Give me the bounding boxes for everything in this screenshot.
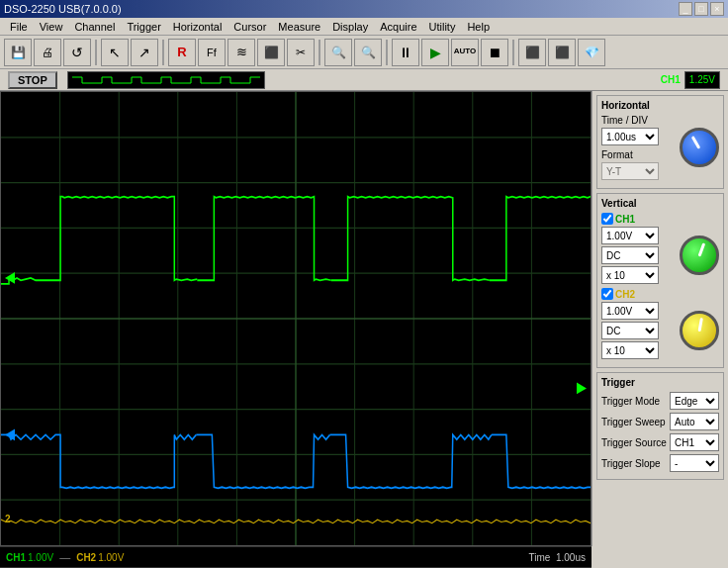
ch2-volt-select[interactable]: 1.00V bbox=[601, 302, 659, 320]
ch2-status-volt: 1.00V bbox=[98, 552, 124, 563]
ch1-checkbox[interactable] bbox=[601, 213, 613, 225]
format-label: Format bbox=[601, 149, 633, 160]
time-div-label: Time / DIV bbox=[601, 115, 648, 126]
ch1-status-label: CH1 bbox=[6, 552, 26, 563]
toolbar-sep1 bbox=[95, 40, 97, 65]
trigger-mode-label: Trigger Mode bbox=[601, 396, 660, 407]
ch2-status-label: CH2 bbox=[76, 552, 96, 563]
trigger-section: Trigger Trigger Mode Edge Trigger Sweep … bbox=[596, 372, 724, 480]
right-panel: Horizontal Time / DIV 1.00us Format Y-T bbox=[592, 91, 728, 546]
save-tool[interactable]: 💾 bbox=[4, 39, 32, 66]
channel-status-bar: CH1 1.00V — CH2 1.00V Time 1.00us bbox=[0, 546, 592, 568]
menu-channel[interactable]: Channel bbox=[68, 21, 121, 33]
trigger-source-row: Trigger Source CH1 bbox=[601, 433, 719, 451]
time-status: Time 1.00us bbox=[529, 552, 586, 563]
title-bar: DSO-2250 USB(7.0.0.0) _ □ × bbox=[0, 0, 728, 18]
run-tool[interactable]: R bbox=[168, 39, 196, 66]
format-select[interactable]: Y-T bbox=[601, 162, 659, 180]
menu-utility[interactable]: Utility bbox=[423, 21, 462, 33]
oscilloscope-grid: 2 bbox=[1, 92, 591, 545]
ch1-coupling-select[interactable]: DC bbox=[601, 246, 659, 264]
ch2-knob[interactable] bbox=[680, 311, 719, 350]
zoom-in-tool[interactable]: 🔍 bbox=[324, 39, 352, 66]
menu-measure[interactable]: Measure bbox=[272, 21, 326, 33]
ch2-coupling-select[interactable]: DC bbox=[601, 322, 659, 339]
trigger-sweep-row: Trigger Sweep Auto bbox=[601, 413, 719, 430]
trigger-waveform bbox=[67, 71, 265, 89]
ch1-knob[interactable] bbox=[680, 236, 719, 275]
ch2-row: CH2 bbox=[601, 288, 719, 300]
horizontal-knob-row: Time / DIV 1.00us Format Y-T bbox=[601, 115, 719, 180]
stop-button[interactable]: STOP bbox=[8, 71, 57, 89]
cursor-tool[interactable]: ↖ bbox=[101, 39, 129, 66]
ch1-label: CH1 bbox=[615, 214, 635, 225]
trigger-slope-label: Trigger Slope bbox=[601, 458, 661, 469]
ch2-controls-row: 1.00V DC x 10 bbox=[601, 302, 719, 359]
minimize-button[interactable]: _ bbox=[679, 2, 692, 16]
trigger-sweep-label: Trigger Sweep bbox=[601, 417, 666, 427]
menu-trigger[interactable]: Trigger bbox=[121, 21, 166, 33]
auto-tool[interactable]: AUTO bbox=[451, 39, 479, 66]
svg-text:2: 2 bbox=[5, 512, 11, 524]
ch2-label: CH2 bbox=[615, 289, 635, 300]
undo-tool[interactable]: ↺ bbox=[63, 39, 91, 66]
trigger-mode-select[interactable]: Edge bbox=[670, 392, 719, 410]
print-tool[interactable]: 🖨 bbox=[34, 39, 61, 66]
trigger-mode-row: Trigger Mode Edge bbox=[601, 392, 719, 410]
ch1-controls-row: 1.00V DC x 10 bbox=[601, 227, 719, 284]
ch1-indicator-label: CH1 bbox=[661, 74, 681, 85]
close-button[interactable]: × bbox=[710, 2, 724, 16]
ch2-probe-select[interactable]: x 10 bbox=[601, 341, 659, 359]
channel-tool[interactable]: ⬛ bbox=[518, 39, 546, 66]
sep1: — bbox=[59, 551, 70, 563]
grid-tool[interactable]: ≋ bbox=[228, 39, 255, 66]
measure-tool[interactable]: ⬛ bbox=[548, 39, 576, 66]
window-title: DSO-2250 USB(7.0.0.0) bbox=[4, 3, 122, 15]
time-value: 1.00us bbox=[556, 552, 586, 563]
horizontal-knob[interactable] bbox=[680, 128, 719, 167]
maximize-button[interactable]: □ bbox=[694, 2, 708, 16]
ch1-row: CH1 bbox=[601, 213, 719, 225]
ch1-probe-select[interactable]: x 10 bbox=[601, 266, 659, 284]
toolbar-sep4 bbox=[386, 40, 388, 65]
time-label: Time bbox=[529, 552, 551, 563]
status-top: STOP CH1 1.25V bbox=[0, 69, 728, 91]
menu-bar: File View Channel Trigger Horizontal Cur… bbox=[0, 18, 728, 36]
select-tool[interactable]: ↗ bbox=[131, 39, 158, 66]
fill-tool[interactable]: ⬛ bbox=[257, 39, 285, 66]
trigger-slope-select[interactable]: - bbox=[670, 454, 719, 472]
ch1-volt-select[interactable]: 1.00V bbox=[601, 227, 659, 244]
oscilloscope-display: 2 bbox=[0, 91, 592, 546]
stop-tool[interactable]: ⏹ bbox=[481, 39, 508, 66]
play-tool[interactable]: ▶ bbox=[421, 39, 449, 66]
menu-display[interactable]: Display bbox=[326, 21, 374, 33]
trigger-title: Trigger bbox=[601, 377, 719, 388]
pause-tool[interactable]: ⏸ bbox=[392, 39, 419, 66]
trigger-sweep-select[interactable]: Auto bbox=[670, 413, 719, 430]
trigger-slope-row: Trigger Slope - bbox=[601, 454, 719, 472]
vertical-title: Vertical bbox=[601, 198, 719, 209]
cut-tool[interactable]: ✂ bbox=[287, 39, 315, 66]
format-tool[interactable]: Ff bbox=[198, 39, 226, 66]
ch1-voltage-indicator: 1.25V bbox=[684, 71, 720, 89]
vertical-section: Vertical CH1 1.00V DC x 10 bbox=[596, 193, 724, 368]
window-controls: _ □ × bbox=[679, 2, 724, 16]
menu-cursor[interactable]: Cursor bbox=[228, 21, 272, 33]
toolbar-sep3 bbox=[318, 40, 320, 65]
horizontal-title: Horizontal bbox=[601, 100, 719, 111]
trigger-source-label: Trigger Source bbox=[601, 437, 667, 448]
time-div-select[interactable]: 1.00us bbox=[601, 128, 659, 145]
menu-help[interactable]: Help bbox=[461, 21, 496, 33]
main-area: 2 Horizontal Time / DIV 1.00us Format bbox=[0, 91, 728, 546]
trigger-source-select[interactable]: CH1 bbox=[670, 433, 719, 451]
ch2-checkbox[interactable] bbox=[601, 288, 613, 300]
zoom-out-tool[interactable]: 🔍 bbox=[354, 39, 382, 66]
toolbar: 💾 🖨 ↺ ↖ ↗ R Ff ≋ ⬛ ✂ 🔍 🔍 ⏸ ▶ AUTO ⏹ ⬛ ⬛ … bbox=[0, 36, 728, 69]
menu-view[interactable]: View bbox=[34, 21, 69, 33]
ch1-status-volt: 1.00V bbox=[28, 552, 53, 563]
diamond-tool[interactable]: 💎 bbox=[578, 39, 605, 66]
menu-acquire[interactable]: Acquire bbox=[374, 21, 422, 33]
menu-file[interactable]: File bbox=[4, 21, 34, 33]
menu-horizontal[interactable]: Horizontal bbox=[167, 21, 228, 33]
horizontal-section: Horizontal Time / DIV 1.00us Format Y-T bbox=[596, 95, 724, 189]
